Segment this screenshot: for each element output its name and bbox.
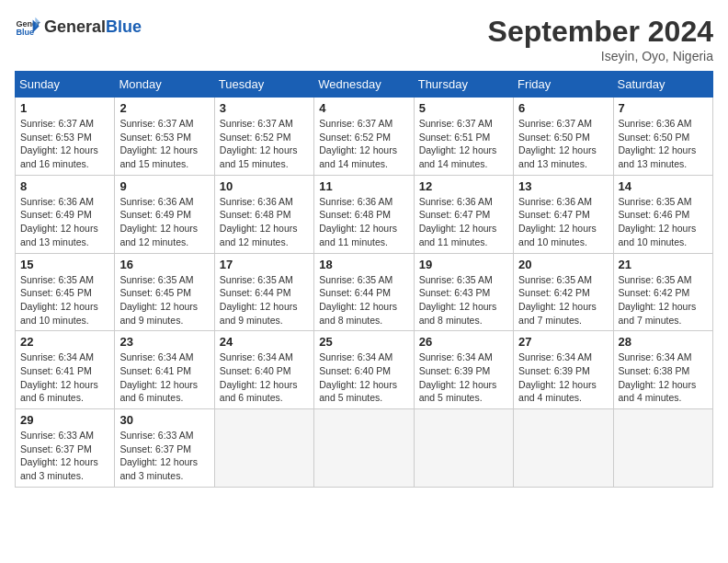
table-row: 3 Sunrise: 6:37 AM Sunset: 6:52 PM Dayli… (214, 98, 313, 176)
table-row: 12 Sunrise: 6:36 AM Sunset: 6:47 PM Dayl… (414, 175, 513, 253)
day-info: Sunrise: 6:34 AM Sunset: 6:41 PM Dayligh… (119, 350, 209, 405)
day-info: Sunrise: 6:34 AM Sunset: 6:38 PM Dayligh… (619, 350, 708, 405)
table-row: 22 Sunrise: 6:34 AM Sunset: 6:41 PM Dayl… (16, 331, 115, 409)
day-number: 29 (20, 413, 109, 427)
table-row: 19 Sunrise: 6:35 AM Sunset: 6:43 PM Dayl… (414, 253, 513, 331)
table-row (414, 409, 513, 488)
table-row: 4 Sunrise: 6:37 AM Sunset: 6:52 PM Dayli… (314, 98, 414, 176)
table-row: 7 Sunrise: 6:36 AM Sunset: 6:50 PM Dayli… (613, 98, 712, 176)
day-number: 16 (119, 258, 209, 271)
calendar-week-row: 22 Sunrise: 6:34 AM Sunset: 6:41 PM Dayl… (16, 331, 713, 409)
location: Iseyin, Oyo, Nigeria (488, 49, 713, 63)
logo-icon: General Blue (15, 15, 40, 40)
day-info: Sunrise: 6:35 AM Sunset: 6:42 PM Dayligh… (619, 273, 708, 327)
day-number: 13 (518, 179, 608, 193)
table-row: 9 Sunrise: 6:36 AM Sunset: 6:49 PM Dayli… (115, 175, 214, 253)
table-row: 20 Sunrise: 6:35 AM Sunset: 6:42 PM Dayl… (514, 253, 613, 331)
logo-general: General (44, 17, 106, 36)
calendar-week-row: 1 Sunrise: 6:37 AM Sunset: 6:53 PM Dayli… (16, 98, 713, 176)
col-wednesday: Wednesday (314, 72, 414, 98)
table-row: 5 Sunrise: 6:37 AM Sunset: 6:51 PM Dayli… (414, 98, 513, 176)
table-row: 14 Sunrise: 6:35 AM Sunset: 6:46 PM Dayl… (613, 175, 712, 253)
table-row: 27 Sunrise: 6:34 AM Sunset: 6:39 PM Dayl… (514, 331, 613, 409)
title-block: September 2024 Iseyin, Oyo, Nigeria (488, 15, 713, 63)
day-number: 2 (119, 101, 209, 115)
day-info: Sunrise: 6:35 AM Sunset: 6:42 PM Dayligh… (518, 273, 608, 327)
day-info: Sunrise: 6:36 AM Sunset: 6:48 PM Dayligh… (220, 195, 309, 249)
day-number: 18 (319, 258, 408, 271)
table-row (214, 409, 313, 488)
table-row (514, 409, 613, 488)
day-number: 21 (619, 258, 708, 271)
logo-text: GeneralBlue (44, 18, 142, 37)
table-row: 11 Sunrise: 6:36 AM Sunset: 6:48 PM Dayl… (314, 175, 414, 253)
col-saturday: Saturday (613, 72, 712, 98)
day-info: Sunrise: 6:36 AM Sunset: 6:50 PM Dayligh… (619, 117, 708, 171)
month-title: September 2024 (488, 15, 713, 49)
day-info: Sunrise: 6:34 AM Sunset: 6:39 PM Dayligh… (518, 350, 608, 405)
table-row: 17 Sunrise: 6:35 AM Sunset: 6:44 PM Dayl… (214, 253, 313, 331)
day-number: 10 (220, 179, 309, 193)
day-number: 9 (119, 179, 209, 193)
day-number: 23 (119, 335, 209, 349)
day-info: Sunrise: 6:36 AM Sunset: 6:49 PM Dayligh… (20, 195, 109, 249)
logo-blue: Blue (106, 17, 142, 36)
day-info: Sunrise: 6:37 AM Sunset: 6:51 PM Dayligh… (419, 117, 508, 171)
calendar-table: Sunday Monday Tuesday Wednesday Thursday… (15, 71, 713, 488)
day-info: Sunrise: 6:36 AM Sunset: 6:48 PM Dayligh… (319, 195, 408, 249)
day-number: 6 (518, 101, 608, 115)
calendar-week-row: 29 Sunrise: 6:33 AM Sunset: 6:37 PM Dayl… (16, 409, 713, 488)
day-info: Sunrise: 6:35 AM Sunset: 6:44 PM Dayligh… (220, 273, 309, 327)
table-row: 18 Sunrise: 6:35 AM Sunset: 6:44 PM Dayl… (314, 253, 414, 331)
table-row: 30 Sunrise: 6:33 AM Sunset: 6:37 PM Dayl… (115, 409, 214, 488)
col-monday: Monday (115, 72, 214, 98)
day-info: Sunrise: 6:36 AM Sunset: 6:47 PM Dayligh… (518, 195, 608, 249)
table-row: 28 Sunrise: 6:34 AM Sunset: 6:38 PM Dayl… (613, 331, 712, 409)
table-row: 26 Sunrise: 6:34 AM Sunset: 6:39 PM Dayl… (414, 331, 513, 409)
table-row: 23 Sunrise: 6:34 AM Sunset: 6:41 PM Dayl… (115, 331, 214, 409)
day-number: 28 (619, 335, 708, 349)
day-info: Sunrise: 6:37 AM Sunset: 6:52 PM Dayligh… (319, 117, 408, 171)
day-info: Sunrise: 6:35 AM Sunset: 6:46 PM Dayligh… (619, 195, 708, 249)
day-info: Sunrise: 6:35 AM Sunset: 6:44 PM Dayligh… (319, 273, 408, 327)
day-number: 14 (619, 179, 708, 193)
table-row (314, 409, 414, 488)
day-info: Sunrise: 6:35 AM Sunset: 6:45 PM Dayligh… (119, 273, 209, 327)
day-number: 17 (220, 258, 309, 271)
day-number: 8 (20, 179, 109, 193)
day-number: 5 (419, 101, 508, 115)
day-info: Sunrise: 6:33 AM Sunset: 6:37 PM Dayligh… (119, 429, 209, 483)
day-info: Sunrise: 6:36 AM Sunset: 6:49 PM Dayligh… (119, 195, 209, 249)
calendar-header-row: Sunday Monday Tuesday Wednesday Thursday… (16, 72, 713, 98)
day-number: 11 (319, 179, 408, 193)
day-info: Sunrise: 6:37 AM Sunset: 6:50 PM Dayligh… (518, 117, 608, 171)
day-info: Sunrise: 6:35 AM Sunset: 6:43 PM Dayligh… (419, 273, 508, 327)
day-info: Sunrise: 6:36 AM Sunset: 6:47 PM Dayligh… (419, 195, 508, 249)
table-row: 29 Sunrise: 6:33 AM Sunset: 6:37 PM Dayl… (16, 409, 115, 488)
day-number: 15 (20, 258, 109, 271)
svg-text:Blue: Blue (16, 28, 34, 37)
table-row: 10 Sunrise: 6:36 AM Sunset: 6:48 PM Dayl… (214, 175, 313, 253)
day-info: Sunrise: 6:37 AM Sunset: 6:52 PM Dayligh… (220, 117, 309, 171)
day-info: Sunrise: 6:33 AM Sunset: 6:37 PM Dayligh… (20, 429, 109, 483)
day-number: 25 (319, 335, 408, 349)
day-number: 3 (220, 101, 309, 115)
table-row: 13 Sunrise: 6:36 AM Sunset: 6:47 PM Dayl… (514, 175, 613, 253)
table-row: 2 Sunrise: 6:37 AM Sunset: 6:53 PM Dayli… (115, 98, 214, 176)
table-row: 6 Sunrise: 6:37 AM Sunset: 6:50 PM Dayli… (514, 98, 613, 176)
day-info: Sunrise: 6:37 AM Sunset: 6:53 PM Dayligh… (119, 117, 209, 171)
day-number: 24 (220, 335, 309, 349)
table-row: 25 Sunrise: 6:34 AM Sunset: 6:40 PM Dayl… (314, 331, 414, 409)
day-number: 1 (20, 101, 109, 115)
table-row (613, 409, 712, 488)
table-row: 15 Sunrise: 6:35 AM Sunset: 6:45 PM Dayl… (16, 253, 115, 331)
col-friday: Friday (514, 72, 613, 98)
day-number: 20 (518, 258, 608, 271)
day-info: Sunrise: 6:34 AM Sunset: 6:39 PM Dayligh… (419, 350, 508, 405)
day-number: 4 (319, 101, 408, 115)
calendar-week-row: 8 Sunrise: 6:36 AM Sunset: 6:49 PM Dayli… (16, 175, 713, 253)
day-number: 30 (119, 413, 209, 427)
table-row: 8 Sunrise: 6:36 AM Sunset: 6:49 PM Dayli… (16, 175, 115, 253)
day-info: Sunrise: 6:34 AM Sunset: 6:40 PM Dayligh… (220, 350, 309, 405)
day-info: Sunrise: 6:34 AM Sunset: 6:41 PM Dayligh… (20, 350, 109, 405)
